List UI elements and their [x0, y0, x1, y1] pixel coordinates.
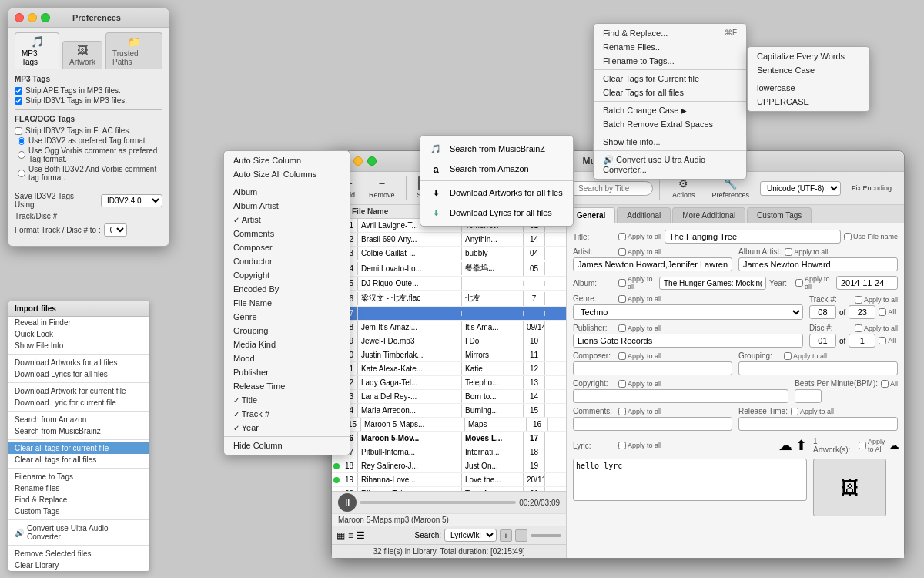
ctx-release-time[interactable]: Release Time: [224, 379, 350, 393]
album-artist-apply-checkbox[interactable]: [785, 248, 792, 256]
copyright-input[interactable]: [573, 389, 788, 403]
use-ogg-radio[interactable]: [18, 151, 25, 159]
search-add-button[interactable]: +: [500, 529, 512, 542]
table-row[interactable]: 13 Lana Del Rey-... Born to... 14: [332, 390, 566, 404]
strip-id3v2-checkbox[interactable]: [15, 127, 22, 135]
ctx-comments[interactable]: Comments: [224, 227, 350, 240]
grouping-apply-checkbox[interactable]: [784, 352, 792, 360]
fix-encoding-button[interactable]: Fix Encoding: [845, 183, 898, 193]
table-row[interactable]: 18 Rey Salinero-J... Just On... 19: [332, 459, 566, 473]
disc-apply-checkbox[interactable]: [855, 324, 862, 332]
search-remove-button[interactable]: −: [515, 529, 527, 542]
table-row[interactable]: 03 Colbie Caillat-... bubbly 04: [332, 247, 566, 260]
format-select[interactable]: 0x: [104, 223, 127, 237]
encoding-select[interactable]: Unicode (UTF-8): [760, 181, 841, 196]
ctx-year[interactable]: Year: [224, 421, 350, 435]
release-input[interactable]: [738, 417, 898, 431]
import-rename-files[interactable]: Rename files: [8, 482, 149, 494]
import-search-amazon[interactable]: Search from Amazon: [8, 414, 149, 425]
ctx-genre[interactable]: Genre: [224, 310, 350, 324]
strip-ape-checkbox[interactable]: [15, 87, 22, 95]
ctx-composer[interactable]: Composer: [224, 240, 350, 254]
genre-select[interactable]: Techno: [573, 304, 803, 320]
tools-filename-to-tags[interactable]: Filename to Tags...: [594, 54, 746, 68]
tab-artwork[interactable]: 🖼 Artwork: [62, 41, 102, 69]
table-row[interactable]: 04 Demi Lovato-Lo... 餐拳坞... 05: [332, 260, 566, 277]
publisher-input[interactable]: [573, 334, 803, 348]
import-show-file-info[interactable]: Show File Info: [8, 340, 149, 351]
disc-total-input[interactable]: [849, 334, 875, 348]
tab-additional[interactable]: Additional: [617, 207, 671, 223]
lyric-source-select[interactable]: LyricWiki: [444, 529, 497, 542]
import-find-replace[interactable]: Find & Replace: [8, 494, 149, 506]
tools-batch-spaces[interactable]: Batch Remove Extral Spaces: [594, 117, 746, 131]
artist-input[interactable]: [573, 257, 732, 271]
ctx-auto-size-column[interactable]: Auto Size Column: [224, 153, 350, 167]
artwork-download-icon[interactable]: ☁: [889, 439, 899, 452]
use-filename-checkbox[interactable]: [844, 233, 852, 240]
track-num-input[interactable]: [809, 305, 836, 319]
ctx-album[interactable]: Album: [224, 185, 350, 199]
cloud-download-lyrics[interactable]: ⬇ Download Lyrics for all files: [420, 203, 573, 223]
title-input[interactable]: [665, 230, 841, 244]
import-clear-all[interactable]: Clear all tags for all files: [8, 454, 149, 465]
use-id3v2-radio[interactable]: [18, 137, 25, 145]
album-input[interactable]: [659, 277, 766, 290]
tab-mp3-tags[interactable]: 🎵 MP3 Tags: [15, 32, 59, 69]
search-input[interactable]: [578, 184, 646, 193]
ctx-encoded-by[interactable]: Encoded By: [224, 282, 350, 296]
lyric-apply-checkbox[interactable]: [618, 442, 626, 449]
ctx-publisher[interactable]: Publisher: [224, 365, 350, 379]
import-custom-tags[interactable]: Custom Tags: [8, 506, 149, 517]
track-apply-checkbox[interactable]: [855, 296, 862, 304]
tools-clear-all[interactable]: Clear Tags for all files: [594, 86, 746, 99]
tools-convert[interactable]: 🔊 Convert use Ultra Audio Converter...: [594, 153, 746, 176]
use-both-radio[interactable]: [18, 170, 25, 177]
copyright-apply-checkbox[interactable]: [618, 380, 626, 388]
table-row[interactable]: 15 Maroon 5-Maps... Maps 16: [332, 418, 566, 432]
ctx-auto-size-all[interactable]: Auto Size All Columns: [224, 167, 350, 181]
ctx-track-num[interactable]: Track #: [224, 407, 350, 421]
import-download-lyrics[interactable]: Download Lyrics for all files: [8, 368, 149, 380]
progress-bar[interactable]: [360, 501, 516, 504]
case-lowercase[interactable]: lowercase: [748, 81, 869, 95]
track-all-checkbox[interactable]: [879, 308, 886, 316]
table-row[interactable]: 11 Kate Alexa-Kate... Katie 12: [332, 362, 566, 376]
ctx-mood[interactable]: Mood: [224, 351, 350, 365]
table-row[interactable]: 05 DJ Riquo-Oute...: [332, 277, 566, 291]
table-row[interactable]: 09 Jewel-I Do.mp3 I Do 10: [332, 334, 566, 348]
album-artist-input[interactable]: [738, 257, 898, 271]
cloud-amazon[interactable]: a Search from Amazon: [420, 159, 573, 179]
year-input[interactable]: [836, 276, 898, 290]
release-apply-checkbox[interactable]: [791, 408, 798, 415]
strip-id3v1-checkbox[interactable]: [15, 97, 22, 105]
artwork-box[interactable]: 🖼: [813, 459, 886, 516]
import-download-lyric-current[interactable]: Download Lyric for current file: [8, 397, 149, 408]
import-clear-current[interactable]: Clear all tags for current file: [8, 442, 149, 454]
table-row[interactable]: 16 Maroon 5-Mov... Moves L... 17: [332, 432, 566, 445]
cloud-musicbrainz[interactable]: 🎵 Search from MusicBrainZ: [420, 139, 573, 159]
tools-find-replace[interactable]: Find & Replace... ⌘F: [594, 26, 746, 40]
import-filename-to-tags[interactable]: Filename to Tags: [8, 471, 149, 482]
artwork-apply-checkbox[interactable]: [859, 442, 866, 449]
table-row[interactable]: 08 Jem-It's Amazi... It's Ama... 09/14: [332, 321, 566, 334]
import-download-artwork-current[interactable]: Download Artwork for current file: [8, 385, 149, 397]
tab-custom-tags[interactable]: Custom Tags: [747, 207, 812, 223]
year-apply-checkbox[interactable]: [795, 279, 803, 287]
grouping-input[interactable]: [738, 361, 898, 375]
table-row[interactable]: 10 Justin Timberlak... Mirrors 11: [332, 348, 566, 362]
volume-slider[interactable]: [531, 534, 561, 537]
case-capitalize[interactable]: Capitalize Every Words: [748, 49, 869, 63]
composer-apply-checkbox[interactable]: [618, 352, 626, 360]
import-quick-look[interactable]: Quick Look: [8, 328, 149, 340]
lyric-upload-icon[interactable]: ⬆: [795, 437, 807, 454]
tab-general[interactable]: General: [567, 207, 615, 223]
import-download-artworks[interactable]: Download Artworks for all files: [8, 357, 149, 368]
tools-clear-current[interactable]: Clear Tags for Current file: [594, 72, 746, 86]
import-reveal-finder[interactable]: Reveal in Finder: [8, 317, 149, 328]
remove-button[interactable]: － Remove: [364, 176, 400, 200]
bpm-input[interactable]: [795, 389, 822, 403]
import-convert[interactable]: 🔊 Convert use Ultra Audio Converter: [8, 523, 149, 543]
comments-apply-checkbox[interactable]: [618, 408, 626, 415]
ctx-artist[interactable]: Artist: [224, 213, 350, 227]
